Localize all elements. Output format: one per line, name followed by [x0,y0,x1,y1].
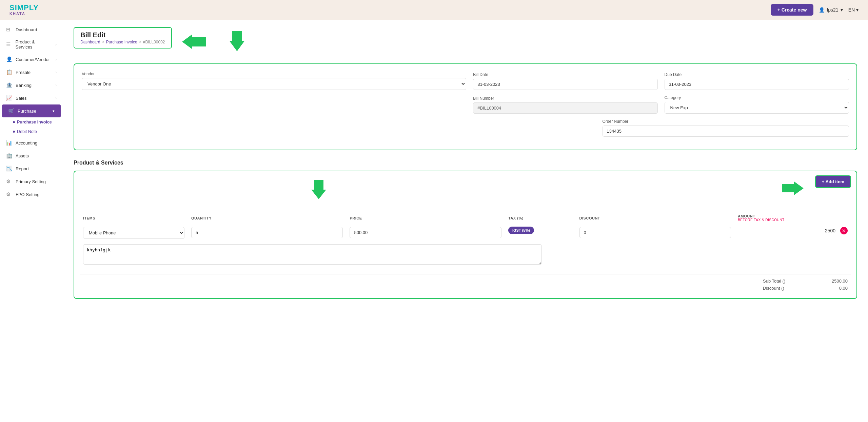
subtotal-row: Sub Total () 2500.00 [763,279,848,284]
tax-badge[interactable]: IGST (5%) [508,227,534,234]
sidebar-item-dashboard[interactable]: ⊟ Dashboard [0,23,63,36]
tax-cell: IGST (5%) [505,224,576,242]
sidebar: ⊟ Dashboard ☰ Product & Services › 👤 Cus… [0,20,63,422]
bill-number-group: Bill Number [473,96,657,114]
sidebar-label-report: Report [16,166,29,171]
sales-icon: 📈 [6,95,12,101]
sidebar-item-customer[interactable]: 👤 Customer/Vendor › [0,53,63,66]
sidebar-item-fpo-setting[interactable]: ⚙ FPO Setting [0,188,63,201]
order-number-group: Order Number [603,119,849,137]
due-date-label: Due Date [665,72,849,77]
products-right-arrow [782,181,804,196]
discount-input[interactable] [579,227,731,238]
form-row-2: Bill Number Category New Exp [82,95,849,114]
dashboard-icon: ⊟ [6,26,12,33]
col-header-amount: AMOUNT BEFORE TAX & DISCOUNT [734,212,851,224]
sidebar-item-assets[interactable]: 🏢 Assets [0,149,63,162]
notes-cell: khyhnfgjk [80,242,851,269]
banking-chevron-icon: › [55,83,57,87]
sidebar-label-primary-setting: Primary Setting [16,179,46,184]
vendor-group: Vendor Vendor One [82,72,466,90]
before-tax-sub: BEFORE TAX & DISCOUNT [738,218,848,222]
breadcrumb-bill: #BILL00002 [143,40,165,44]
breadcrumb-dashboard[interactable]: Dashboard [80,40,100,44]
category-label: Category [665,95,849,100]
sidebar-item-presale[interactable]: 📋 Presale › [0,66,63,79]
sidebar-item-purchase[interactable]: 🛒 Purchase ▾ [2,104,61,117]
language-selector[interactable]: EN ▾ [848,7,859,13]
breadcrumb-sep2: > [139,40,141,44]
subtotal-label: Sub Total () [763,279,807,284]
title-box: Bill Edit Dashboard > Purchase Invoice >… [74,27,172,49]
purchase-submenu: Purchase Invoice Debit Note [0,117,63,136]
bill-date-input[interactable] [473,79,657,90]
form-row-3: Order Number [82,119,849,137]
due-date-input[interactable] [665,79,849,90]
sidebar-item-primary-setting[interactable]: ⚙ Primary Setting [0,175,63,188]
svg-marker-1 [230,31,244,51]
sidebar-label-customer: Customer/Vendor [16,57,50,62]
main-content: Bill Edit Dashboard > Purchase Invoice >… [63,20,868,422]
order-number-input[interactable] [603,126,849,137]
sidebar-label-dashboard: Dashboard [16,27,37,32]
left-arrow-indicator [182,34,206,49]
main-layout: ⊟ Dashboard ☰ Product & Services › 👤 Cus… [0,20,868,422]
user-icon: 👤 [819,7,825,13]
vendor-label: Vendor [82,72,466,76]
sidebar-label-assets: Assets [16,153,29,158]
subtotal-section: Sub Total () 2500.00 Discount () 0.00 [80,274,851,291]
vendor-select[interactable]: Vendor One [82,78,466,90]
down-arrow-indicator [230,31,244,53]
sidebar-item-debit-note[interactable]: Debit Note [13,127,63,136]
accounting-icon: 📊 [6,140,12,146]
products-icon: ☰ [6,41,12,47]
sidebar-label-sales: Sales [16,96,27,101]
category-select[interactable]: New Exp [665,102,849,114]
quantity-input[interactable] [191,227,343,238]
sidebar-item-report[interactable]: 📉 Report [0,162,63,175]
purchase-chevron-icon: ▾ [53,109,55,113]
price-cell [346,224,505,242]
breadcrumb-sep1: > [102,40,104,44]
page-title: Bill Edit [80,31,165,39]
products-chevron-icon: › [55,42,57,46]
item-select[interactable]: Mobile Phone [83,227,184,239]
sidebar-label-debit-note: Debit Note [17,129,37,134]
sidebar-item-accounting[interactable]: 📊 Accounting [0,136,63,149]
items-table: ITEMS QUANTITY PRICE TAX (%) DISCOUNT [80,212,851,269]
breadcrumb-purchase-invoice[interactable]: Purchase Invoice [106,40,137,44]
category-group: Category New Exp [665,95,849,114]
purchase-invoice-dot [13,121,15,123]
sidebar-item-sales[interactable]: 📈 Sales › [0,92,63,104]
col-header-price: PRICE [346,212,505,224]
user-menu[interactable]: 👤 fps21 ▾ [819,7,843,13]
col-header-discount: DISCOUNT [576,212,735,224]
sidebar-label-purchase: Purchase [18,109,36,114]
sidebar-item-banking[interactable]: 🏦 Banking › [0,79,63,92]
sidebar-label-banking: Banking [16,83,32,88]
bill-number-input[interactable] [473,102,657,114]
price-input[interactable] [350,227,501,238]
col-header-tax: TAX (%) [505,212,576,224]
svg-marker-0 [182,34,206,49]
create-new-button[interactable]: + Create new [771,4,814,16]
order-number-label: Order Number [603,119,849,124]
due-date-group: Due Date [665,72,849,90]
topnav-right: + Create new 👤 fps21 ▾ EN ▾ [771,4,859,16]
title-row: Bill Edit Dashboard > Purchase Invoice >… [74,27,857,56]
notes-textarea[interactable]: khyhnfgjk [83,244,542,265]
discount-cell [576,224,735,242]
banking-icon: 🏦 [6,82,12,88]
item-cell: Mobile Phone [80,224,188,242]
discount-row: Discount () 0.00 [763,286,848,291]
presale-chevron-icon: › [55,70,57,74]
subtotal-value: 2500.00 [821,279,848,284]
products-section-title: Product & Services [74,160,857,166]
logo-main: SIMPLY [9,4,39,12]
sidebar-label-fpo-setting: FPO Setting [16,192,40,197]
presale-icon: 📋 [6,69,12,75]
notes-row: khyhnfgjk [80,242,851,269]
remove-item-button[interactable]: ✕ [840,227,848,234]
sidebar-item-purchase-invoice[interactable]: Purchase Invoice [13,117,63,127]
sidebar-item-products[interactable]: ☰ Product & Services › [0,36,63,53]
